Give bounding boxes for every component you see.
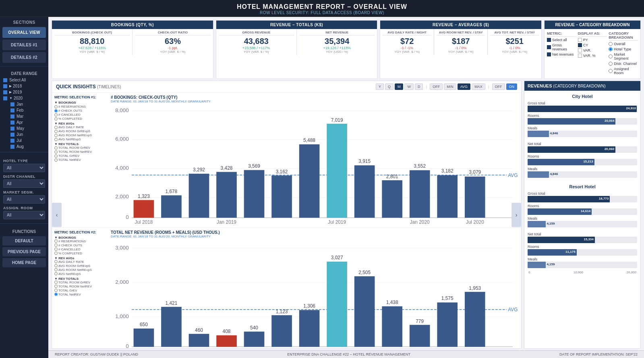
chart-2-subtitle: DATE RANGE: 01 JAN'18 TO 31 AUG'20, MONT… [111, 235, 519, 238]
metric-cancelled-2[interactable]: # CANCELLED [54, 248, 108, 251]
metric-avg-room-gr-1[interactable]: AVG ROOM GrREvpS [54, 129, 108, 133]
metric-checkouts-2[interactable]: # CHECK OUTS [54, 244, 108, 247]
svg-rect-57 [189, 334, 209, 347]
qi-btn-m[interactable]: M [395, 83, 404, 90]
svg-text:2,000: 2,000 [115, 279, 129, 285]
svg-text:1,123: 1,123 [276, 309, 288, 314]
svg-text:3,915: 3,915 [358, 158, 371, 164]
kpi-avg-room-net-label: YOY (VAR. $ / %) [437, 50, 485, 54]
qi-btn-on[interactable]: ON [506, 83, 518, 90]
metric-avg-daily-1[interactable]: AVG DAILY RATE [54, 125, 108, 129]
metric-total-net-2[interactable]: TOTAL NetREV [54, 293, 108, 296]
metric-reservations-2[interactable]: # RESERVATIONS [54, 239, 108, 243]
svg-text:Jan 2019: Jan 2019 [217, 219, 236, 225]
nav-arrow-right[interactable]: › [511, 203, 521, 227]
svg-rect-32 [410, 170, 430, 218]
date-jun[interactable]: Jun [7, 131, 48, 137]
metric-total-net-1[interactable]: TOTAL NetREV [54, 158, 108, 162]
cat-hotel-type[interactable]: Hotel Type [609, 47, 638, 51]
svg-rect-26 [327, 124, 347, 218]
metric-avg-room-net-1[interactable]: AVG ROOM NetREvpS [54, 133, 108, 137]
metric-avg-net-2[interactable]: AVG NetREvpS [54, 272, 108, 276]
metric-avg-daily-2[interactable]: AVG DAILY RATE [54, 260, 108, 264]
metric-completed-1[interactable]: % COMPLETED [54, 117, 108, 121]
chart-1-svg: 8,000 6,000 4,000 2,000 0 [111, 105, 519, 225]
date-may[interactable]: May [7, 125, 48, 131]
date-2019[interactable]: ▶ 2019 [0, 89, 48, 95]
cat-assigned-room[interactable]: Assigned Room [609, 67, 638, 75]
metric-room-net-2[interactable]: TOTAL ROOM NetREV [54, 285, 108, 288]
sidebar-item-detailes2[interactable]: DETAILES #2 [2, 52, 46, 63]
filter-hotel-type-select[interactable]: All [3, 164, 45, 172]
qi-btn-off1[interactable]: OFF [430, 83, 443, 90]
date-mar[interactable]: Mar [7, 113, 48, 119]
svg-rect-53 [134, 329, 154, 347]
qi-btn-y[interactable]: Y [376, 83, 384, 90]
filter-market-select[interactable]: All [3, 195, 45, 204]
svg-text:7,019: 7,019 [331, 117, 343, 123]
date-feb[interactable]: Feb [7, 107, 48, 113]
date-apr[interactable]: Apr [7, 119, 48, 125]
cat-hotel-type-radio[interactable] [609, 47, 613, 51]
qi-btn-max[interactable]: MAX [472, 83, 485, 90]
date-jul[interactable]: Jul [7, 137, 48, 144]
sidebar-item-detailes1[interactable]: DETAILES #1 [2, 40, 46, 50]
svg-rect-12 [134, 200, 154, 218]
metric-room-net-1[interactable]: TOTAL ROOM NetREV [54, 150, 108, 154]
display-var[interactable]: VAR. [578, 48, 607, 52]
metric-room-gr-1[interactable]: TOTAL ROOM GrREV [54, 146, 108, 150]
sidebar-item-overall-view[interactable]: OVERALL VIEW [2, 27, 46, 38]
filter-assign-select[interactable]: All [3, 211, 45, 219]
qi-btn-off2[interactable]: OFF [492, 83, 505, 90]
metric-reservations-1[interactable]: # RESERVATIONS [54, 105, 108, 108]
cat-hotel-type-label: Hotel Type [614, 47, 631, 51]
cat-market-seg-radio[interactable] [609, 54, 613, 58]
metric-avg-room-gr-2[interactable]: AVG ROOM GrREvpS [54, 264, 108, 268]
date-2020[interactable]: ▼ 2020 [0, 95, 48, 101]
cat-overall-radio[interactable] [609, 42, 613, 46]
date-aug[interactable]: Aug [7, 144, 48, 150]
qi-btn-q[interactable]: Q [385, 83, 393, 90]
metric-completed-2[interactable]: % COMPLETED [54, 252, 108, 255]
svg-text:2,801: 2,801 [386, 174, 398, 179]
func-prev-page-button[interactable]: PREVIOUS PAGE [2, 247, 46, 256]
kpi-avg-room-net-value: $187 [437, 37, 485, 46]
cat-market-seg[interactable]: Market Segment [609, 52, 638, 60]
date-select-all[interactable]: Select All [0, 77, 48, 83]
metric-checkouts-1[interactable]: # CHECK OUTS [54, 109, 108, 112]
date-2018[interactable]: ▶ 2018 [0, 83, 48, 89]
svg-text:1,953: 1,953 [469, 285, 481, 291]
func-home-button[interactable]: HOME PAGE [2, 258, 46, 267]
category-col: CATEGORY BREAKDOWN Overall Hotel Type [609, 31, 638, 76]
metric-room-gr-2[interactable]: TOTAL ROOM GrREV [54, 281, 108, 284]
qi-btn-min[interactable]: MIN [444, 83, 456, 90]
metric-cancelled-1[interactable]: # CANCELLED [54, 113, 108, 117]
nav-arrow-left[interactable]: ‹ [52, 203, 62, 227]
cat-distr-channel[interactable]: Distr. Channel [609, 62, 638, 66]
cat-overall[interactable]: Overall [609, 42, 638, 46]
date-jan[interactable]: Jan [7, 101, 48, 107]
cat-distr-channel-radio[interactable] [609, 62, 613, 66]
kpi-avg-tot-header: AVG TOT. NET REV. / STAY [490, 31, 539, 35]
chart-1-subtitle: DATE RANGE: 01 JAN'18 TO 31 AUG'20, MONT… [111, 100, 519, 103]
qi-btn-w[interactable]: W [404, 83, 414, 90]
metric-total-gr-1[interactable]: TOTAL GrREV [54, 154, 108, 158]
metric-gross-rev[interactable]: Gross revenues [547, 43, 576, 51]
kpi-avg-tot-col: AVG TOT. NET REV. / STAY $251 -1 / 0% YO… [488, 29, 541, 55]
cat-assigned-room-radio[interactable] [609, 69, 613, 73]
metric-select-all[interactable]: Select all [547, 38, 576, 42]
date-label-2019: 2019 [13, 90, 22, 94]
metric-rev-totals-section-1: ▼ REV TOTALS [54, 142, 108, 146]
metric-avg-room-net-2[interactable]: AVG ROOM NetREvpS [54, 268, 108, 272]
filter-distr-select[interactable]: All [3, 179, 45, 188]
qi-btn-d[interactable]: D [415, 83, 423, 90]
kpi-gross-rev-header: GROSS REVENUE [219, 31, 294, 35]
qi-btn-avg[interactable]: AVG [458, 83, 470, 90]
display-py[interactable]: PY [578, 38, 607, 42]
func-default-button[interactable]: DEFAULT [2, 236, 46, 246]
metric-net-rev[interactable]: Net revenues [547, 52, 576, 56]
display-cy[interactable]: CY [578, 43, 607, 47]
metric-avg-net-1[interactable]: AVG NetREvpS [54, 137, 108, 141]
display-var-pct[interactable]: VAR. % [578, 54, 607, 58]
metric-total-gr-2[interactable]: TOTAL GrEV [54, 289, 108, 292]
